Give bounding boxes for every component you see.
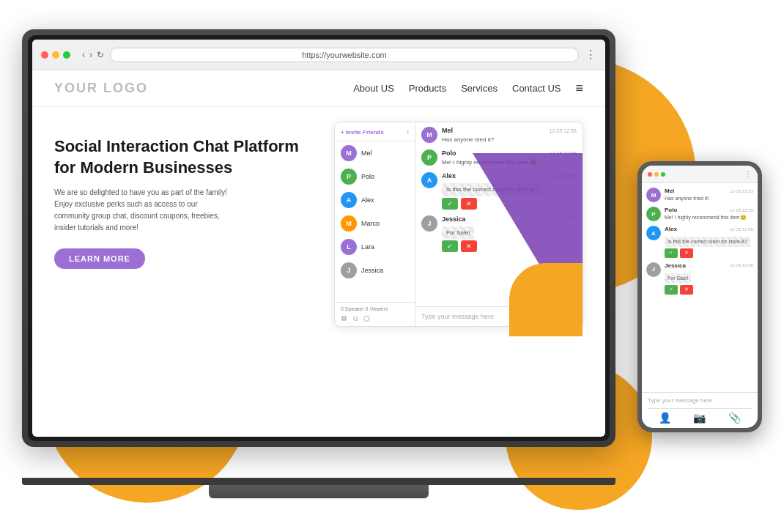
message-sender: Polo [665, 207, 677, 213]
browser-chrome: ‹ › ↻ https://yourwebsite.com ⋮ [32, 40, 605, 70]
message-time: 12-25 12:56 [730, 263, 753, 267]
avatar: M [646, 188, 661, 202]
forward-button[interactable]: › [89, 50, 92, 60]
laptop: ‹ › ↻ https://yourwebsite.com ⋮ YOUR LOG… [22, 29, 615, 498]
browser-menu-dots[interactable]: ⋮ [585, 48, 596, 62]
avatar: M [421, 127, 437, 143]
share-icon[interactable]: ⬡ [363, 314, 370, 322]
avatar: J [421, 215, 437, 232]
message-header: Jessica 12-25 12:59 [442, 215, 577, 223]
laptop-base [209, 485, 429, 498]
user-name: Marco [361, 220, 380, 227]
browser-url[interactable]: https://yourwebsite.com [110, 48, 579, 62]
avatar: M [341, 145, 357, 161]
message-header: Mel 12-25 12:53 [442, 127, 577, 134]
message-time: 12-25 12:56 [730, 227, 753, 232]
message-content: Alex 12-25 12:56 Is this the correct roo… [442, 172, 577, 209]
nav-products[interactable]: Products [409, 83, 446, 94]
phone-input-placeholder: Type your message here [648, 397, 752, 404]
avatar: A [646, 226, 661, 240]
person-icon[interactable]: 👤 [659, 412, 671, 424]
message-header: Polo 12-25 12:55 [665, 207, 753, 213]
avatar: A [421, 172, 437, 188]
laptop-hinge [22, 478, 615, 485]
avatar: A [341, 192, 357, 208]
chat-with-sidebar: + Invite Friends › M Mel [335, 122, 583, 326]
avatar: M [341, 215, 357, 232]
invite-friends-button[interactable]: + Invite Friends [341, 129, 384, 136]
laptop-screen: ‹ › ↻ https://yourwebsite.com ⋮ YOUR LOG… [32, 40, 605, 437]
chat-messages: M Mel 12-25 12:53 Has anyone tried it? [415, 122, 583, 306]
reject-button[interactable]: ✕ [461, 198, 477, 210]
paperclip-icon[interactable]: 📎 [728, 412, 741, 424]
message-sender: Mel [442, 127, 453, 134]
avatar: P [421, 149, 437, 166]
message-text: Is this the correct room for store A? [667, 238, 747, 245]
list-item[interactable]: P Polo [335, 165, 415, 188]
speaker-viewers-count: 0 Speaker 6 Viewers [341, 306, 409, 311]
reject-button[interactable]: ✕ [680, 285, 693, 295]
phone-dot-green [661, 172, 665, 177]
message-header: Jessica 12-25 12:56 [665, 262, 753, 269]
message-actions: ✓ ✕ [442, 240, 577, 252]
list-item[interactable]: M Mel [335, 141, 415, 165]
user-name: Jessica [361, 267, 383, 274]
chat-user-list: M Mel P Polo [335, 141, 415, 302]
list-item[interactable]: L Lara [335, 235, 415, 259]
phone-dot-red [648, 172, 652, 177]
camera-icon[interactable]: 📷 [693, 412, 706, 424]
reject-button[interactable]: ✕ [680, 248, 693, 258]
nav-about[interactable]: About US [353, 83, 394, 94]
nav-services[interactable]: Services [461, 83, 498, 94]
message-text: Me! I highly recommend this item 😊 [442, 158, 577, 166]
list-item[interactable]: J Jessica [335, 259, 415, 282]
message-sender: Alex [665, 226, 677, 232]
avatar: J [341, 262, 357, 278]
smile-icon[interactable]: ☺ [352, 314, 359, 322]
message-time: 12-25 12:55 [550, 151, 577, 156]
hamburger-icon[interactable]: ≡ [575, 81, 583, 96]
phone: ⋮ M Mel 12-25 12:53 Has anyone tried it! [637, 161, 762, 432]
list-item[interactable]: M Marco [335, 212, 415, 235]
message-sender: Jessica [665, 262, 686, 269]
message-text: For Sale! [446, 229, 470, 237]
message-sender: Alex [442, 172, 456, 180]
message-header: Polo 12-25 12:55 [442, 149, 577, 157]
settings-icon[interactable]: ⚙ [341, 314, 347, 322]
dot-red[interactable] [41, 51, 48, 59]
message-sender: Jessica [442, 215, 466, 223]
user-name: Polo [361, 173, 374, 180]
message-content: Mel 12-25 12:53 Has anyone tried it! [665, 188, 753, 202]
phone-bottom-icons: 👤 📷 📎 [648, 408, 752, 424]
chat-sidebar-bottom: 0 Speaker 6 Viewers ⚙ ☺ ⬡ [335, 302, 415, 326]
accept-button[interactable]: ✓ [665, 248, 678, 258]
message-text: Has anyone tried it? [442, 136, 577, 144]
browser-nav: ‹ › ↻ [82, 50, 104, 60]
chat-message: J Jessica 12-25 12:59 [421, 215, 577, 252]
phone-message: P Polo 12-25 12:55 Me! I highly recommen… [646, 207, 753, 221]
phone-header: ⋮ [642, 166, 758, 183]
learn-more-button[interactable]: LEARN MORE [54, 248, 145, 269]
accept-button[interactable]: ✓ [442, 198, 458, 210]
message-actions: ✓ ✕ [665, 248, 753, 258]
phone-message: A Alex 12-25 12:56 Is this the correct r… [646, 226, 753, 258]
avatar: J [646, 262, 661, 277]
accept-button[interactable]: ✓ [665, 285, 678, 295]
accept-button[interactable]: ✓ [442, 240, 458, 252]
phone-header-menu[interactable]: ⋮ [744, 170, 752, 178]
message-time: 12-25 12:55 [730, 208, 753, 213]
dot-yellow[interactable] [52, 51, 59, 59]
user-name: Alex [361, 196, 374, 204]
phone-header-dots [648, 172, 665, 177]
reject-button[interactable]: ✕ [461, 240, 477, 252]
chat-input-area[interactable]: Type your message here [415, 306, 583, 326]
list-item[interactable]: A Alex [335, 188, 415, 212]
dot-green[interactable] [63, 51, 70, 59]
website-logo: YOUR LOGO [54, 81, 148, 96]
nav-contact[interactable]: Contact US [512, 83, 561, 94]
message-time: 12-25 12:56 [550, 174, 577, 179]
phone-message: M Mel 12-25 12:53 Has anyone tried it! [646, 188, 753, 202]
phone-dot-yellow [654, 172, 659, 177]
back-button[interactable]: ‹ [82, 50, 85, 60]
refresh-button[interactable]: ↻ [97, 50, 104, 60]
